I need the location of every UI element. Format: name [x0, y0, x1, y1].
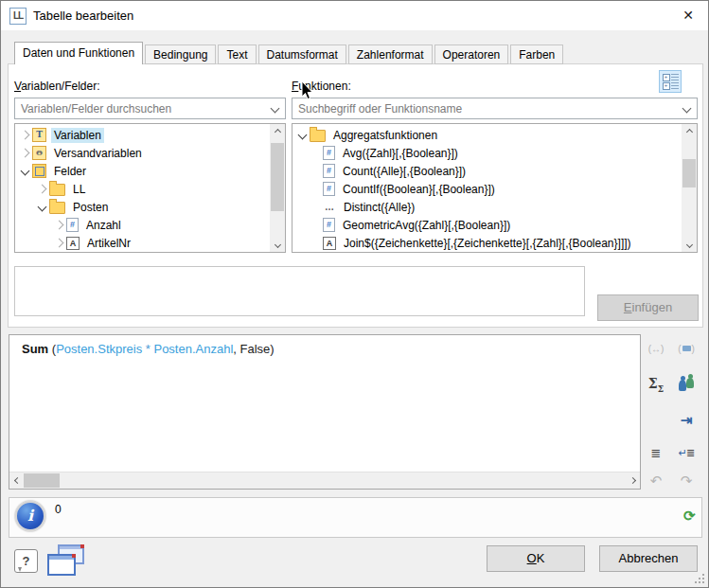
- insert-tab-button[interactable]: ⇥: [674, 410, 699, 431]
- tree-item-artikelnr-ean128[interactable]: ArtikelNr_EAN128: [17, 252, 269, 253]
- close-icon[interactable]: ✕: [676, 5, 700, 27]
- tree-item-felder[interactable]: Felder: [17, 162, 269, 180]
- scrollbar-thumb[interactable]: [682, 159, 696, 187]
- indent-lines-button[interactable]: ≣: [644, 442, 668, 463]
- scroll-down-icon[interactable]: [270, 237, 285, 252]
- expander-collapsed-icon[interactable]: [34, 186, 49, 192]
- expander-collapsed-icon[interactable]: [51, 240, 66, 246]
- wrap-lines-button[interactable]: ↵≣: [674, 442, 699, 463]
- shipping-variables-icon: Θ: [32, 146, 46, 160]
- sum-function-button[interactable]: ΣΣ: [644, 374, 668, 395]
- tab-bedingung[interactable]: Bedingung: [145, 45, 216, 64]
- functions-search-input[interactable]: [292, 98, 687, 118]
- tree-item-countif[interactable]: # CountIf({Boolean}[,{Boolean}]): [294, 180, 681, 198]
- vertical-scrollbar[interactable]: [270, 124, 285, 252]
- scrollbar-thumb[interactable]: [24, 473, 60, 488]
- list-lines-icon: [671, 74, 679, 81]
- expander-expanded-icon[interactable]: [17, 168, 32, 174]
- variables-search-input[interactable]: [15, 98, 275, 118]
- result-preview-bar: [9, 497, 702, 538]
- expander-expanded-icon[interactable]: [294, 132, 310, 138]
- tab-datumsformat[interactable]: Datumsformat: [258, 45, 346, 64]
- tab-zahlenformat[interactable]: Zahlenformat: [348, 45, 433, 64]
- help-button[interactable]: ?: [14, 549, 38, 573]
- expander-collapsed-icon[interactable]: [51, 222, 66, 228]
- tree-item-aggregatsfunktionen[interactable]: Aggregatsfunktionen: [294, 126, 681, 144]
- scroll-right-icon[interactable]: [625, 472, 640, 488]
- tree-item-artikelnr[interactable]: A ArtikelNr: [17, 234, 269, 252]
- number-function-icon: #: [323, 146, 335, 160]
- title-bar: LL Tabelle bearbeiten ✕: [1, 1, 708, 30]
- scroll-left-icon[interactable]: [9, 472, 25, 488]
- tree-item-ll[interactable]: LL: [17, 180, 269, 198]
- function-view-toggle-button[interactable]: [659, 70, 682, 93]
- string-function-icon: A: [323, 237, 336, 250]
- functions-tree: Aggregatsfunktionen # Avg({Zahl}[,{Boole…: [292, 123, 698, 253]
- mouse-cursor: [301, 81, 314, 100]
- people-icon: [678, 377, 695, 392]
- functions-search-combobox: [292, 98, 698, 119]
- field-parentheses-button[interactable]: (): [674, 338, 699, 359]
- variables-icon: T: [32, 128, 46, 142]
- expander-collapsed-icon[interactable]: [17, 150, 32, 156]
- tree-item-count[interactable]: # Count({Alle}[,{Boolean}]): [294, 162, 681, 180]
- app-icon: LL: [9, 8, 27, 25]
- scroll-down-icon[interactable]: [682, 237, 697, 252]
- variables-search-combobox: [14, 98, 286, 119]
- scroll-up-icon[interactable]: [682, 124, 697, 139]
- redo-button[interactable]: ↷: [674, 471, 699, 491]
- number-field-icon: #: [66, 218, 79, 232]
- scroll-up-icon[interactable]: [270, 124, 285, 139]
- expander-collapsed-icon[interactable]: [17, 132, 32, 138]
- tab-daten-und-funktionen[interactable]: Daten und Funktionen: [14, 42, 143, 64]
- wrap-lines-icon: ≣: [686, 447, 694, 459]
- undo-button[interactable]: ↶: [644, 471, 668, 491]
- expander-expanded-icon[interactable]: [34, 204, 49, 210]
- formula-editor[interactable]: Sum (Posten.Stkpreis * Posten.Anzahl, Fa…: [9, 334, 641, 490]
- tree-item-anzahl[interactable]: # Anzahl: [17, 216, 269, 234]
- resize-grip[interactable]: [695, 574, 704, 583]
- tab-operatoren[interactable]: Operatoren: [434, 45, 509, 64]
- tab-farben[interactable]: Farben: [510, 45, 563, 64]
- function-description-panel: [14, 266, 585, 316]
- tree-item-join[interactable]: A Join$({Zeichenkette}[,{Zeichenkette}[,…: [294, 234, 681, 252]
- variables-fields-label: Variablen/Felder:: [14, 80, 100, 93]
- variables-fields-tree: T Variablen Θ Versandvariablen Felder LL: [14, 123, 286, 253]
- scrollbar-thumb[interactable]: [271, 143, 284, 211]
- window-options-button[interactable]: [45, 543, 89, 582]
- refresh-icon[interactable]: ⟳: [683, 508, 696, 525]
- number-function-icon: #: [323, 164, 335, 178]
- insert-button[interactable]: Einfügen: [597, 294, 699, 321]
- window-title: Tabelle bearbeiten: [33, 9, 133, 23]
- expand-tree-icon: [663, 74, 670, 81]
- tree-item-maximum[interactable]: # Maximum({Zahl|Datum}[,{Boolean}]): [294, 252, 681, 253]
- tree-item-geometricavg[interactable]: # GeometricAvg({Zahl}[,{Boolean}]): [294, 216, 681, 234]
- tree-item-versandvariablen[interactable]: Θ Versandvariablen: [17, 144, 269, 162]
- front-window-icon: [47, 554, 76, 576]
- folder-icon: [310, 130, 326, 142]
- number-function-icon: #: [323, 182, 335, 196]
- cancel-button[interactable]: Abbrechen: [599, 545, 698, 572]
- tree-item-avg[interactable]: # Avg({Zahl}[,{Boolean}]): [294, 144, 681, 162]
- vertical-scrollbar[interactable]: [682, 124, 697, 252]
- folder-icon: [49, 202, 65, 214]
- info-icon: i: [15, 501, 45, 531]
- folder-icon: [49, 184, 65, 196]
- any-type-function-icon: …: [323, 201, 336, 214]
- result-value: 0: [55, 503, 62, 516]
- number-function-icon: #: [323, 218, 335, 232]
- parentheses-button[interactable]: (↔): [644, 338, 668, 359]
- text-field-icon: A: [66, 237, 80, 250]
- tab-text[interactable]: Text: [218, 45, 256, 64]
- horizontal-scrollbar[interactable]: [9, 472, 640, 489]
- formula-text: Sum (Posten.Stkpreis * Posten.Anzahl, Fa…: [22, 342, 275, 356]
- user-variables-button[interactable]: [674, 374, 699, 395]
- tree-item-variablen[interactable]: T Variablen: [17, 126, 269, 144]
- list-lines-icon: [671, 82, 679, 90]
- ok-button[interactable]: OK: [487, 545, 585, 572]
- sum-icon: ΣΣ: [648, 376, 664, 394]
- wrap-arrow-icon: ↵: [679, 447, 686, 459]
- tree-item-distinct[interactable]: … Distinct({Alle}): [294, 198, 681, 216]
- dialog-tabelle-bearbeiten: LL Tabelle bearbeiten ✕ Daten und Funkti…: [0, 0, 709, 588]
- tree-item-posten[interactable]: Posten: [17, 198, 269, 216]
